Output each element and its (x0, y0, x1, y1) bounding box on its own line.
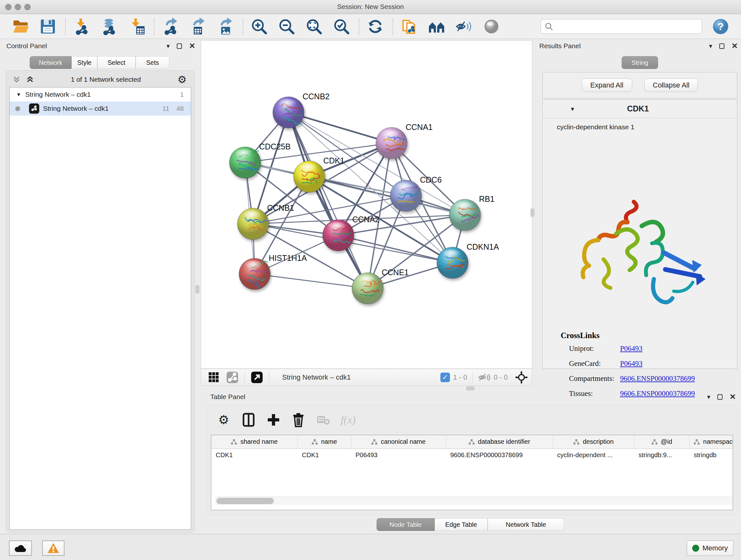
column-header-description[interactable]: description (553, 435, 634, 449)
network-node-CDK1[interactable] (293, 161, 325, 192)
column-header-database-identifier[interactable]: database identifier (446, 435, 553, 449)
table-panel-menu-icon[interactable]: ▾ (707, 393, 711, 401)
results-panel-float-icon[interactable] (719, 43, 724, 50)
network-node-CCNB2[interactable] (273, 97, 304, 128)
fit-selected-crosshair-icon[interactable] (514, 368, 529, 386)
bottom-splitter-handle[interactable] (466, 386, 475, 390)
entry-collapse-icon[interactable]: ▾ (571, 105, 574, 113)
zoom-in-icon[interactable] (250, 17, 268, 36)
network-collection-row[interactable]: ▾ String Network – cdk1 1 (10, 87, 191, 102)
network-node-CCNB1[interactable] (238, 208, 269, 240)
table-cell[interactable]: stringdb:9... (634, 449, 689, 461)
node-table[interactable]: shared namenamecanonical namedatabase id… (211, 435, 733, 510)
export-table-icon[interactable] (189, 17, 207, 36)
edge-CCNA2-CDKN1A[interactable] (338, 235, 453, 263)
column-header-name[interactable]: name (297, 435, 351, 449)
control-panel-menu-icon[interactable]: ▾ (166, 42, 170, 50)
memory-button[interactable]: Memory (687, 541, 733, 556)
collapse-all-button[interactable]: Collapse All (644, 78, 698, 92)
tab-string[interactable]: String (622, 56, 658, 69)
column-header-canonical-name[interactable]: canonical name (351, 435, 446, 449)
import-network-icon[interactable] (73, 17, 91, 36)
table-cell[interactable]: 9606.ENSP00000378699 (446, 449, 553, 461)
memory-status-dot (692, 545, 699, 552)
open-in-new-window-icon[interactable] (250, 368, 264, 386)
network-node-CCNA2[interactable] (323, 220, 354, 251)
expand-all-networks-icon[interactable] (26, 75, 34, 84)
column-header-shared-name[interactable]: shared name (211, 435, 297, 449)
control-panel-close-icon[interactable]: ✕ (189, 42, 195, 51)
export-image-icon[interactable] (216, 17, 234, 36)
collapse-all-networks-icon[interactable] (12, 75, 21, 84)
table-cell[interactable]: stringdb (689, 449, 733, 461)
export-network-icon[interactable] (161, 17, 179, 36)
node-label-CDC6: CDC6 (420, 175, 442, 184)
table-cell[interactable]: CDK1 (297, 449, 351, 461)
network-node-CDC25B[interactable] (229, 147, 261, 178)
search-input[interactable] (541, 19, 702, 34)
zoom-fit-icon[interactable] (305, 17, 323, 36)
crosslink-link[interactable]: P06493 (620, 360, 643, 368)
results-panel-menu-icon[interactable]: ▾ (709, 42, 712, 50)
results-panel-close-icon[interactable]: ✕ (731, 42, 738, 51)
crosslink-link[interactable]: P06493 (620, 345, 643, 353)
refresh-icon[interactable] (366, 17, 384, 36)
import-table-icon[interactable] (128, 17, 145, 36)
node-entry-header[interactable]: ▾ CDK1 (543, 100, 737, 118)
birdseye-view-icon[interactable] (207, 368, 221, 386)
add-icon[interactable] (266, 413, 280, 427)
table-panel-close-icon[interactable]: ✕ (730, 392, 736, 401)
toolbar-separator (359, 18, 359, 35)
table-panel-float-icon[interactable] (718, 393, 723, 401)
open-icon[interactable] (11, 17, 29, 36)
show-all-icon[interactable] (482, 17, 500, 36)
network-node-RB1[interactable] (449, 199, 481, 231)
collection-expand-icon[interactable]: ▾ (17, 91, 20, 98)
crosslink-link[interactable]: 9606.ENSP00000378699 (620, 374, 695, 383)
import-database-icon[interactable] (100, 17, 118, 36)
network-view-canvas[interactable]: CCNB2CCNA1CDC25BCDK1CDC6RB1CCNB1CCNA2CDK… (201, 40, 532, 369)
edge-HIST1H1A-CCNE1[interactable] (255, 274, 367, 288)
column-header-namespace[interactable]: namespace (689, 435, 733, 449)
string-view-icon[interactable] (225, 368, 239, 386)
edge-CCNB2-CCNA1[interactable] (288, 112, 392, 143)
tab-edge-table[interactable]: Edge Table (434, 518, 488, 531)
table-horizontal-scrollbar[interactable] (215, 496, 733, 505)
selected-checkbox-icon[interactable]: ✓ (441, 373, 450, 382)
columns-icon[interactable] (242, 413, 256, 427)
gear-icon[interactable]: ⚙ (217, 413, 231, 427)
cloud-status-button[interactable] (9, 541, 32, 556)
table-cell[interactable]: CDK1 (211, 449, 297, 461)
first-neighbors-icon[interactable] (428, 17, 446, 36)
hide-selected-icon[interactable] (455, 17, 473, 36)
search-icon (544, 22, 554, 31)
right-splitter-handle[interactable] (530, 208, 535, 217)
zoom-selected-icon[interactable] (333, 17, 350, 36)
network-options-gear-icon[interactable]: ⚙ (178, 73, 187, 85)
control-panel-float-icon[interactable] (177, 43, 182, 50)
network-node-HIST1H1A[interactable] (239, 258, 270, 290)
tab-sets[interactable]: Sets (136, 56, 170, 69)
table-cell[interactable]: P06493 (351, 449, 446, 461)
save-icon[interactable] (39, 17, 57, 36)
column-header--id[interactable]: @id (634, 435, 689, 449)
network-node-CCNA1[interactable] (376, 127, 407, 159)
trash-icon[interactable] (291, 413, 306, 427)
tab-network[interactable]: Network (30, 56, 71, 69)
help-button[interactable]: ? (712, 18, 729, 35)
tab-network-table[interactable]: Network Table (488, 518, 564, 531)
table-row[interactable]: CDK1CDK1P064939606.ENSP00000378699cyclin… (211, 449, 733, 461)
tab-select[interactable]: Select (97, 56, 136, 69)
expand-all-button[interactable]: Expand All (582, 78, 632, 92)
network-row[interactable]: String Network – cdk1 11 48 (10, 102, 191, 116)
left-splitter-handle[interactable] (195, 285, 199, 294)
network-node-CDC6[interactable] (390, 180, 421, 211)
zoom-out-icon[interactable] (278, 17, 295, 36)
clone-network-icon[interactable] (400, 17, 418, 36)
tab-style[interactable]: Style (71, 56, 97, 69)
table-cell[interactable]: cyclin-dependent ... (553, 449, 634, 461)
network-node-CCNE1[interactable] (352, 273, 383, 304)
network-node-CDKN1A[interactable] (437, 247, 468, 278)
tab-node-table[interactable]: Node Table (377, 518, 434, 531)
warnings-button[interactable] (42, 541, 64, 556)
